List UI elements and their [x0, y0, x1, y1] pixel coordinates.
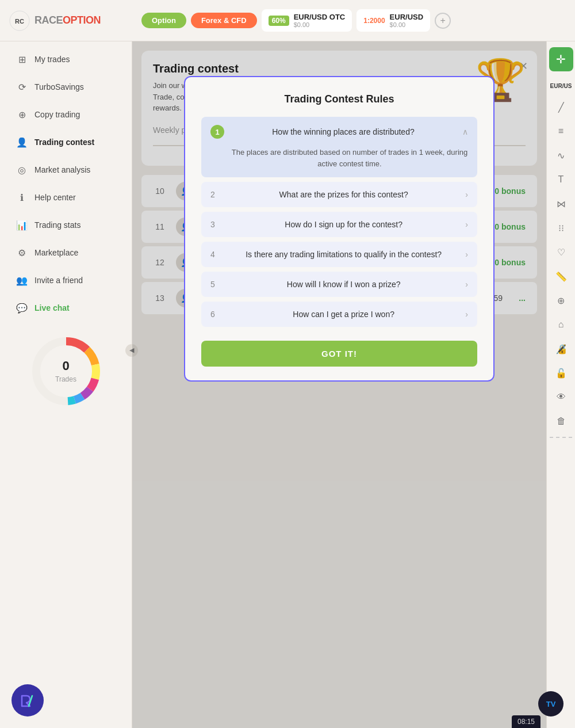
faq-item-4: 4 Is there any trading limitations to qu… — [201, 242, 477, 267]
lock-tool[interactable]: 🔓 — [550, 362, 572, 384]
faq-question-2: What are the prizes for this contest? — [229, 190, 458, 199]
magnet-tool[interactable]: ⌂ — [550, 314, 572, 336]
sidebar-label-help-center: Help center — [34, 193, 76, 202]
logo: RC RACEOPTION — [9, 10, 141, 31]
faq-num-6: 6 — [210, 310, 222, 319]
svg-text:RC: RC — [15, 18, 24, 25]
sidebar-label-my-trades: My trades — [34, 55, 70, 64]
help-center-icon: ℹ — [16, 192, 28, 203]
sidebar: ⊞ My trades ⟳ TurboSavings ⊕ Copy tradin… — [0, 41, 132, 728]
faq-chevron-5: › — [465, 280, 468, 289]
asset1-name: EUR/USD OTC — [294, 13, 346, 21]
sidebar-item-trading-contest[interactable]: 👤 Trading contest — [5, 129, 127, 155]
lock-edit-tool[interactable]: 🔏 — [550, 338, 572, 360]
faq-chevron-3: › — [465, 220, 468, 229]
logo-text: RACEOPTION — [34, 14, 101, 26]
asset1-item[interactable]: 60% EUR/USD OTC $0.00 — [262, 9, 352, 32]
asset1-price: $0.00 — [294, 21, 346, 28]
sidebar-item-marketplace[interactable]: ⚙ Marketplace — [5, 239, 127, 266]
sidebar-item-live-chat[interactable]: 💬 Live chat — [5, 295, 127, 321]
faq-header-2[interactable]: 2 What are the prizes for this contest? … — [201, 182, 477, 207]
sidebar-label-copy-trading: Copy trading — [34, 110, 80, 119]
donut-value: 0 — [55, 359, 76, 373]
tv-logo-text: TV — [546, 700, 556, 708]
header-center: Option Forex & CFD 60% EUR/USD OTC $0.00… — [141, 9, 566, 32]
ruler-tool[interactable]: 📏 — [550, 265, 572, 287]
faq-chevron-2: › — [465, 190, 468, 199]
faq-question-4: Is there any trading limitations to qual… — [229, 250, 458, 259]
header: RC RACEOPTION Option Forex & CFD 60% EUR… — [0, 0, 575, 41]
got-it-button[interactable]: GOT IT! — [201, 341, 477, 367]
sidebar-item-help-center[interactable]: ℹ Help center — [5, 184, 127, 211]
text-tool[interactable]: T — [550, 169, 572, 190]
faq-item-1: 1 How the winning places are distributed… — [201, 117, 477, 177]
sidebar-item-trading-stats[interactable]: 📊 Trading stats — [5, 212, 127, 238]
trading-stats-icon: 📊 — [16, 219, 28, 231]
invite-friend-icon: 👥 — [16, 275, 28, 286]
add-asset-button[interactable]: + — [435, 13, 451, 29]
trades-donut: 0 Trades — [29, 334, 103, 409]
faq-header-1[interactable]: 1 How the winning places are distributed… — [201, 117, 477, 147]
sidebar-label-trading-stats: Trading stats — [34, 220, 80, 230]
sidebar-label-market-analysis: Market analysis — [34, 165, 90, 174]
add-indicator-button[interactable]: ✛ — [549, 47, 573, 71]
nodes-tool[interactable]: ⁝⁝ — [550, 217, 572, 239]
eye-tool[interactable]: 👁 — [550, 386, 572, 408]
faq-item-2: 2 What are the prizes for this contest? … — [201, 182, 477, 207]
faq-question-3: How do I sign up for the contest? — [229, 220, 458, 229]
chart-pair-label: EUR/US — [543, 78, 575, 94]
right-panel: ✛ EUR/US ╱ ≡ ∿ T ⋈ ⁝⁝ ♡ 📏 ⊕ ⌂ 🔏 🔓 👁 🗑 — [546, 41, 575, 728]
sidebar-item-market-analysis[interactable]: ◎ Market analysis — [5, 157, 127, 183]
content-area: ✕ Trading contest Join our weekly Tradin… — [132, 41, 546, 728]
delete-tool[interactable]: 🗑 — [550, 410, 572, 432]
faq-item-3: 3 How do I sign up for the contest? › — [201, 212, 477, 237]
option-tab[interactable]: Option — [141, 13, 186, 28]
my-trades-icon: ⊞ — [16, 54, 28, 65]
donut-center: 0 Trades — [55, 359, 76, 384]
modal-overlay: Trading Contest Rules 1 How the winning … — [132, 41, 546, 728]
sidebar-item-my-trades[interactable]: ⊞ My trades — [5, 46, 127, 73]
copy-trading-icon: ⊕ — [16, 109, 28, 120]
forex-tab[interactable]: Forex & CFD — [191, 13, 257, 28]
lc-logo-svg — [17, 690, 38, 711]
heart-tool[interactable]: ♡ — [550, 241, 572, 263]
sidebar-label-turbo-savings: TurboSavings — [34, 82, 84, 92]
sidebar-item-copy-trading[interactable]: ⊕ Copy trading — [5, 101, 127, 128]
faq-num-1: 1 — [210, 125, 224, 139]
trading-contest-icon: 👤 — [16, 136, 28, 148]
line-tool[interactable]: ╱ — [550, 96, 572, 118]
faq-header-3[interactable]: 3 How do I sign up for the contest? › — [201, 212, 477, 237]
asset2-multiplier: 1:2000 — [363, 17, 385, 25]
asset2-price: $0.00 — [390, 21, 424, 28]
bottom-left-logo[interactable] — [12, 684, 44, 716]
donut-label: Trades — [55, 375, 76, 383]
faq-num-3: 3 — [210, 220, 222, 229]
faq-answer-1: The places are distributed based on numb… — [201, 147, 477, 177]
logo-icon: RC — [9, 10, 30, 31]
zoom-in-tool[interactable]: ⊕ — [550, 289, 572, 311]
faq-header-4[interactable]: 4 Is there any trading limitations to qu… — [201, 242, 477, 267]
faq-item-5: 5 How will I know if I won a prize? › — [201, 272, 477, 297]
faq-num-5: 5 — [210, 280, 222, 289]
asset2-name: EUR/USD — [390, 13, 424, 21]
main-layout: ⊞ My trades ⟳ TurboSavings ⊕ Copy tradin… — [0, 41, 575, 728]
sidebar-item-invite-friend[interactable]: 👥 Invite a friend — [5, 267, 127, 294]
asset2-item[interactable]: 1:2000 EUR/USD $0.00 — [356, 9, 430, 32]
faq-num-2: 2 — [210, 190, 222, 199]
divider — [550, 437, 572, 438]
faq-question-1: How the winning places are distributed? — [231, 127, 455, 136]
sidebar-item-turbo-savings[interactable]: ⟳ TurboSavings — [5, 74, 127, 100]
marketplace-icon: ⚙ — [16, 247, 28, 258]
faq-header-5[interactable]: 5 How will I know if I won a prize? › — [201, 272, 477, 297]
faq-header-6[interactable]: 6 How can I get a prize I won? › — [201, 302, 477, 327]
curve-tool[interactable]: ∿ — [550, 144, 572, 166]
horizontal-lines-tool[interactable]: ≡ — [550, 120, 572, 142]
faq-item-6: 6 How can I get a prize I won? › — [201, 302, 477, 327]
sidebar-label-invite-friend: Invite a friend — [34, 276, 83, 285]
sidebar-label-live-chat: Live chat — [34, 303, 70, 312]
turbo-savings-icon: ⟳ — [16, 81, 28, 93]
branch-tool[interactable]: ⋈ — [550, 193, 572, 215]
market-analysis-icon: ◎ — [16, 164, 28, 176]
faq-num-4: 4 — [210, 250, 222, 259]
tradingview-logo[interactable]: TV — [538, 691, 564, 716]
